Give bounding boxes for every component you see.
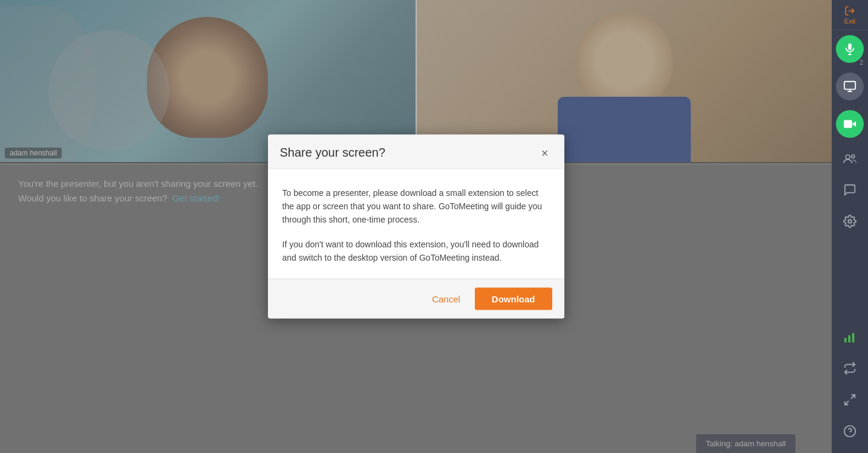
- expand-button[interactable]: [843, 386, 857, 413]
- chat-button[interactable]: [832, 177, 868, 203]
- dialog-paragraph-1: To become a presenter, please download a…: [282, 186, 550, 226]
- svg-rect-1: [848, 44, 852, 50]
- main-content-area: adam henshall You're the presenter, but …: [0, 0, 832, 453]
- help-icon: [843, 425, 857, 438]
- svg-rect-12: [848, 335, 850, 342]
- download-button[interactable]: Download: [475, 288, 552, 310]
- expand-icon: [843, 393, 857, 406]
- dialog-body: To become a presenter, please download a…: [268, 169, 564, 279]
- settings-icon: [843, 215, 857, 228]
- help-button[interactable]: [843, 418, 857, 445]
- camera-icon: [843, 117, 857, 131]
- svg-point-10: [848, 220, 852, 223]
- screen-share-button[interactable]: [836, 73, 864, 100]
- svg-rect-7: [844, 120, 852, 128]
- dialog-paragraph-2: If you don't want to download this exten…: [282, 237, 550, 264]
- layout-button[interactable]: [843, 355, 857, 382]
- participants-count: 2: [860, 59, 863, 66]
- svg-line-15: [845, 401, 849, 405]
- dialog-footer: Cancel Download: [268, 279, 564, 319]
- svg-rect-4: [844, 82, 855, 90]
- screen-share-icon: [843, 80, 857, 93]
- participants-icon: [843, 152, 857, 165]
- right-sidebar: Exit 2: [832, 0, 868, 453]
- sidebar-bottom: [843, 321, 857, 453]
- settings-button[interactable]: [832, 208, 868, 235]
- svg-rect-13: [852, 333, 855, 343]
- dialog-close-button[interactable]: ×: [538, 145, 552, 160]
- cancel-button[interactable]: Cancel: [425, 289, 468, 309]
- stats-icon: [843, 330, 857, 344]
- share-screen-dialog: Share your screen? × To become a present…: [268, 134, 564, 319]
- svg-point-8: [846, 155, 850, 159]
- svg-line-14: [851, 395, 855, 399]
- camera-button[interactable]: [836, 110, 864, 138]
- svg-point-9: [852, 155, 855, 158]
- exit-button[interactable]: Exit: [832, 0, 868, 30]
- exit-label: Exit: [844, 18, 855, 25]
- microphone-icon: [843, 42, 857, 56]
- chat-icon: [843, 183, 857, 197]
- stats-button[interactable]: [843, 324, 857, 350]
- participants-button[interactable]: 2: [832, 145, 868, 172]
- dialog-title: Share your screen?: [280, 146, 386, 160]
- layout-icon: [843, 362, 857, 375]
- dialog-header: Share your screen? ×: [268, 134, 564, 169]
- exit-icon: [844, 5, 855, 16]
- svg-rect-11: [844, 338, 847, 342]
